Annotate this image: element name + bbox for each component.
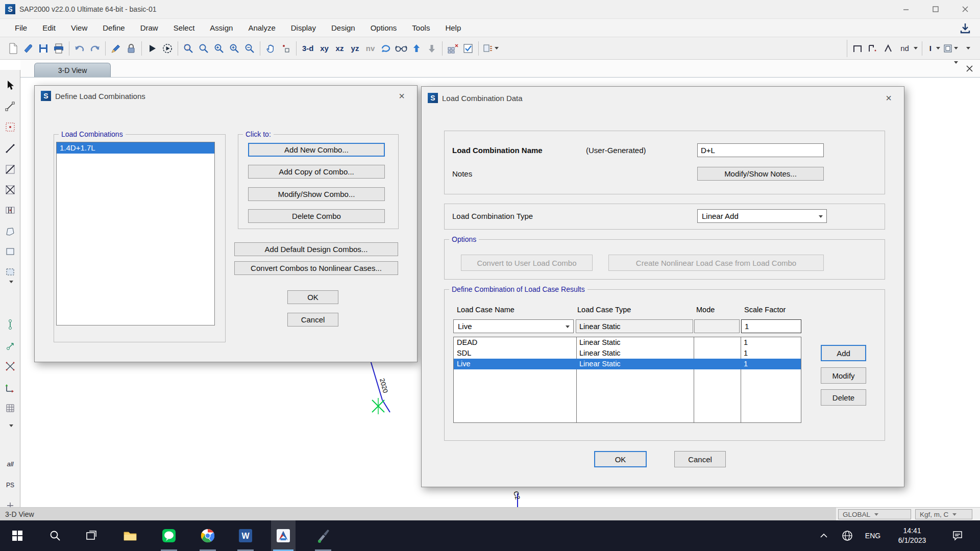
modify-row-button[interactable]: Modify — [821, 367, 866, 384]
language-button[interactable]: ENG — [862, 520, 884, 551]
modify-show-notes-button[interactable]: Modify/Show Notes... — [697, 167, 824, 181]
reshape-tool[interactable] — [2, 98, 18, 114]
draw-frame-tool[interactable] — [2, 140, 18, 157]
assign-display-button[interactable] — [481, 39, 500, 58]
convert-to-user-combo-button[interactable]: Convert to User Load Combo — [461, 255, 593, 271]
add-copy-of-combo-button[interactable]: Add Copy of Combo... — [248, 165, 385, 179]
quick-draw-secondary-beams-tool[interactable] — [2, 202, 18, 218]
clock-button[interactable]: 14:41 6/1/2023 — [889, 526, 935, 545]
tray-chevron-button[interactable] — [815, 520, 833, 551]
menu-tools[interactable]: Tools — [404, 21, 437, 35]
menu-edit[interactable]: Edit — [35, 21, 63, 35]
load-case-table[interactable]: DEAD Linear Static 1 SDL Linear Static 1… — [453, 337, 801, 423]
menu-define[interactable]: Define — [95, 21, 132, 35]
menu-file[interactable]: File — [7, 21, 35, 35]
add-new-combo-button[interactable]: Add New Combo... — [248, 143, 385, 157]
mesh-tool[interactable] — [2, 400, 18, 416]
open-model-button[interactable] — [20, 39, 36, 58]
pan-button[interactable] — [263, 39, 278, 58]
ok-button[interactable]: OK — [287, 290, 338, 304]
network-button[interactable] — [837, 520, 857, 551]
add-default-design-combos-button[interactable]: Add Default Design Combos... — [234, 242, 398, 256]
draw-special-joint-tool[interactable] — [2, 119, 18, 135]
sap2000-button[interactable] — [271, 520, 296, 551]
menu-design[interactable]: Design — [324, 21, 363, 35]
run-animation-button[interactable] — [160, 39, 175, 58]
dialog-close-button[interactable]: × — [879, 92, 898, 104]
frame-section-ibeam-button[interactable]: I — [925, 39, 942, 58]
table-row[interactable]: SDL Linear Static 1 — [454, 348, 801, 359]
load-case-name-dropdown[interactable]: Live — [453, 319, 574, 333]
perspective-toggle-button[interactable] — [394, 39, 409, 58]
cancel-button[interactable]: Cancel — [287, 313, 338, 327]
rubber-band-zoom-button[interactable] — [181, 39, 196, 58]
move-down-in-list-button[interactable] — [424, 39, 439, 58]
combo-listbox[interactable]: 1.4D+1.7L — [56, 142, 215, 325]
delete-combo-button[interactable]: Delete Combo — [248, 209, 385, 223]
more-sections-button[interactable] — [960, 39, 975, 58]
view-nv-button[interactable]: nv — [363, 39, 378, 58]
cancel-button[interactable]: Cancel — [674, 451, 726, 467]
download-button[interactable] — [960, 22, 971, 34]
dialog-titlebar[interactable]: S Load Combination Data × — [422, 87, 904, 109]
more-edit-tools-button[interactable] — [2, 422, 18, 429]
set-display-options-button[interactable] — [460, 39, 476, 58]
delete-row-button[interactable]: Delete — [821, 389, 866, 406]
combo-list-item[interactable]: 1.4D+1.7L — [57, 142, 214, 154]
menu-select[interactable]: Select — [166, 21, 203, 35]
print-button[interactable] — [51, 39, 66, 58]
file-explorer-button[interactable] — [118, 520, 142, 551]
view-xz-button[interactable]: xz — [332, 39, 348, 58]
minimize-button[interactable] — [891, 0, 921, 18]
add-row-button[interactable]: Add — [821, 345, 866, 361]
table-row[interactable]: DEAD Linear Static 1 — [454, 337, 801, 348]
view-3d-button[interactable]: 3-d — [299, 39, 317, 58]
run-analysis-button[interactable] — [144, 39, 160, 58]
extrude-tool[interactable] — [2, 380, 18, 396]
frame-section-nd-button[interactable]: nd — [896, 39, 919, 58]
menu-display[interactable]: Display — [283, 21, 324, 35]
coord-system-dropdown[interactable]: GLOBAL — [838, 509, 911, 519]
table-row-selected[interactable]: Live Linear Static 1 — [454, 359, 801, 369]
dialog-close-button[interactable]: × — [393, 90, 411, 102]
ok-button[interactable]: OK — [594, 451, 647, 467]
word-button[interactable]: W — [233, 520, 258, 551]
taskbar-search-button[interactable] — [43, 520, 67, 551]
start-button[interactable] — [5, 520, 30, 551]
close-button[interactable] — [950, 0, 980, 18]
rotate-3d-view-button[interactable] — [378, 39, 394, 58]
quick-draw-braces-tool[interactable] — [2, 182, 18, 198]
redo-button[interactable] — [87, 39, 103, 58]
draw-frame-template-button[interactable] — [850, 39, 865, 58]
chrome-button[interactable] — [195, 520, 220, 551]
restore-full-view-button[interactable] — [196, 39, 211, 58]
area-section-button[interactable] — [942, 39, 960, 58]
combo-type-dropdown[interactable]: Linear Add — [697, 209, 827, 223]
menu-draw[interactable]: Draw — [133, 21, 166, 35]
view-xy-button[interactable]: xy — [317, 39, 332, 58]
tab-list-chevron[interactable] — [952, 64, 958, 73]
dialog-titlebar[interactable]: S Define Load Combinations × — [35, 86, 417, 106]
combo-name-input[interactable] — [697, 143, 824, 157]
draw-poly-area-tool[interactable] — [2, 223, 18, 240]
select-pointer-tool[interactable] — [2, 77, 18, 93]
menu-help[interactable]: Help — [437, 21, 469, 35]
previous-selection-button[interactable]: PS — [2, 477, 18, 493]
clear-selection-button[interactable] — [2, 497, 18, 507]
undo-button[interactable] — [72, 39, 87, 58]
menu-analyze[interactable]: Analyze — [240, 21, 283, 35]
draw-one-joint-link-tool[interactable] — [2, 338, 18, 355]
save-button[interactable] — [36, 39, 51, 58]
modify-show-combo-button[interactable]: Modify/Show Combo... — [248, 187, 385, 201]
divide-frames-tool[interactable] — [2, 358, 18, 374]
zoom-out-button[interactable] — [242, 39, 257, 58]
scale-factor-input[interactable] — [741, 319, 801, 333]
move-up-in-list-button[interactable] — [409, 39, 424, 58]
select-all-button[interactable]: all — [2, 456, 18, 472]
previous-zoom-button[interactable] — [211, 39, 227, 58]
view-yz-button[interactable]: yz — [348, 39, 363, 58]
task-view-button[interactable] — [79, 520, 104, 551]
new-model-button[interactable] — [5, 39, 20, 58]
menu-assign[interactable]: Assign — [202, 21, 240, 35]
more-draw-tools-button[interactable] — [2, 278, 18, 285]
